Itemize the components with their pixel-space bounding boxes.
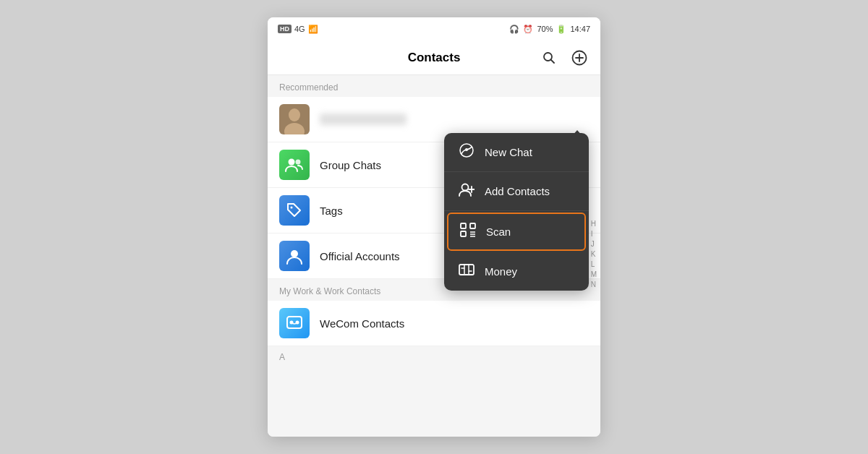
svg-point-10 bbox=[291, 207, 293, 209]
time: 14:47 bbox=[570, 25, 590, 33]
wecom-contacts-item[interactable]: WeCom Contacts bbox=[268, 301, 600, 346]
menu-scan[interactable]: Scan bbox=[447, 213, 586, 251]
add-button[interactable] bbox=[570, 48, 589, 67]
menu-add-contacts[interactable]: Add Contacts bbox=[444, 172, 589, 211]
official-accounts-label: Official Accounts bbox=[320, 250, 400, 262]
svg-point-6 bbox=[289, 108, 300, 121]
menu-money[interactable]: Money bbox=[444, 252, 589, 291]
alpha-J: J bbox=[589, 240, 599, 249]
scan-icon bbox=[460, 223, 476, 241]
status-right: 🎧 ⏰ 70% 🔋 14:47 bbox=[509, 25, 590, 34]
svg-point-16 bbox=[465, 148, 468, 151]
group-chats-label: Group Chats bbox=[320, 159, 381, 171]
header: Contacts bbox=[268, 40, 600, 75]
svg-rect-26 bbox=[459, 265, 474, 275]
hd-badge: HD bbox=[278, 25, 292, 33]
svg-rect-21 bbox=[470, 223, 475, 228]
svg-rect-20 bbox=[461, 223, 466, 228]
new-chat-label: New Chat bbox=[485, 146, 532, 158]
status-left: HD 4G 📶 bbox=[278, 25, 318, 34]
menu-new-chat[interactable]: New Chat bbox=[444, 133, 589, 172]
alpha-I: I bbox=[589, 230, 599, 239]
alarm-icon: ⏰ bbox=[523, 25, 533, 34]
svg-point-9 bbox=[296, 160, 301, 165]
group-chats-avatar bbox=[279, 150, 310, 180]
scan-label: Scan bbox=[486, 226, 511, 238]
contact-avatar-recommended bbox=[279, 104, 310, 134]
new-chat-icon bbox=[459, 143, 475, 161]
alpha-N: N bbox=[589, 280, 599, 289]
wecom-contacts-label: WeCom Contacts bbox=[320, 317, 404, 330]
add-contacts-label: Add Contacts bbox=[485, 185, 550, 197]
alpha-H: H bbox=[589, 220, 599, 228]
official-accounts-avatar bbox=[279, 241, 310, 271]
phone-frame: HD 4G 📶 🎧 ⏰ 70% 🔋 14:47 Contacts bbox=[268, 17, 600, 437]
content-area: Recommended bbox=[268, 75, 600, 437]
header-icons bbox=[540, 48, 589, 67]
alpha-L: L bbox=[589, 260, 599, 269]
tags-label: Tags bbox=[320, 205, 343, 217]
alpha-M: M bbox=[589, 270, 599, 279]
search-button[interactable] bbox=[540, 48, 558, 67]
svg-point-11 bbox=[291, 250, 298, 257]
dropdown-menu: New Chat Add Contacts bbox=[444, 133, 589, 291]
alpha-bottom: A bbox=[268, 346, 600, 368]
alpha-K: K bbox=[589, 250, 599, 259]
signal-icon: 📶 bbox=[308, 25, 318, 34]
svg-point-8 bbox=[289, 159, 295, 166]
dropdown-arrow bbox=[571, 130, 583, 137]
battery-percent: 70% bbox=[537, 25, 553, 33]
alphabet-sidebar: H I J K L M N bbox=[589, 220, 599, 289]
recommended-label: Recommended bbox=[268, 75, 600, 97]
svg-rect-22 bbox=[461, 231, 466, 236]
add-contacts-icon bbox=[459, 182, 475, 200]
battery-icon: 🔋 bbox=[556, 25, 566, 34]
page-title: Contacts bbox=[408, 51, 461, 65]
status-bar: HD 4G 📶 🎧 ⏰ 70% 🔋 14:47 bbox=[268, 17, 600, 40]
tags-avatar bbox=[279, 195, 310, 226]
money-icon bbox=[459, 262, 475, 280]
network-icon: 4G bbox=[294, 25, 305, 33]
svg-line-1 bbox=[551, 59, 555, 63]
svg-rect-12 bbox=[287, 317, 302, 328]
contact-name-blurred bbox=[320, 113, 407, 125]
wecom-avatar bbox=[279, 308, 310, 338]
money-label: Money bbox=[485, 265, 517, 278]
svg-point-17 bbox=[462, 184, 469, 191]
headphone-icon: 🎧 bbox=[509, 25, 519, 34]
